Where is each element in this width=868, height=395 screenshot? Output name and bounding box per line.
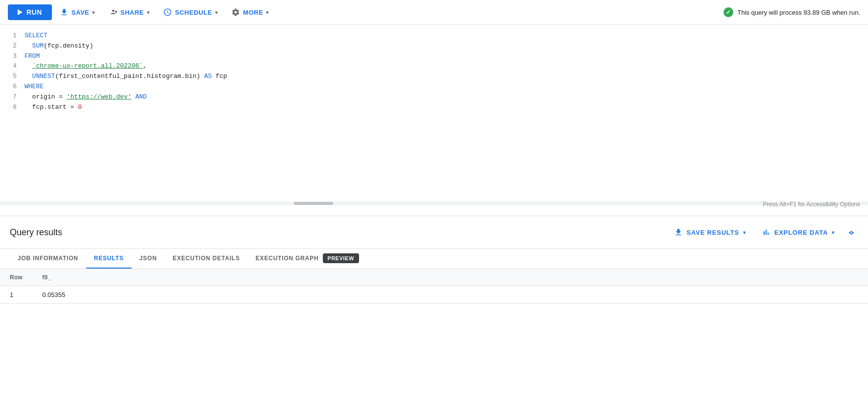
- results-actions: SAVE RESULTS ▾ EXPLORE DATA ▾: [668, 224, 859, 241]
- accessibility-hint: Press Alt+F1 for Accessibility Options: [763, 201, 860, 208]
- results-header: Query results SAVE RESULTS ▾ EXPLORE DAT…: [0, 216, 868, 249]
- cell-row-1: 1: [0, 286, 32, 304]
- tab-execution-graph[interactable]: EXECUTION GRAPH PREVIEW: [248, 249, 367, 269]
- save-results-icon: [674, 228, 683, 237]
- cell-f0-1: 0.05355: [32, 286, 101, 304]
- save-results-chevron-icon: ▾: [743, 230, 746, 235]
- tab-results[interactable]: RESULTS: [86, 249, 132, 269]
- col-header-empty: [101, 269, 868, 286]
- toolbar: RUN SAVE ▾ SHARE ▾ SCHEDULE ▾ MORE ▾ ✓ T…: [0, 0, 868, 25]
- results-title: Query results: [10, 227, 668, 238]
- code-line-7: origin = 'https://web.dev' AND: [24, 92, 860, 102]
- tabs-bar: JOB INFORMATION RESULTS JSON EXECUTION D…: [0, 249, 868, 269]
- schedule-chevron-icon: ▾: [215, 10, 218, 15]
- schedule-button[interactable]: SCHEDULE ▾: [157, 4, 223, 21]
- run-button[interactable]: RUN: [8, 4, 52, 20]
- code-line-2: SUM(fcp.density): [24, 41, 860, 51]
- share-label: SHARE: [121, 9, 144, 16]
- status-text: This query will process 93.89 GB when ru…: [737, 9, 860, 16]
- more-chevron-icon: ▾: [266, 10, 269, 15]
- save-icon: [60, 8, 69, 17]
- code-line-4: `chrome-ux-report.all.202206`,: [24, 61, 860, 72]
- status-check-icon: ✓: [723, 7, 733, 17]
- code-editor[interactable]: 1 2 3 4 5 6 7 8 SELECT SUM(fcp.density) …: [0, 25, 868, 201]
- tab-json[interactable]: JSON: [132, 249, 165, 269]
- results-section: Query results SAVE RESULTS ▾ EXPLORE DAT…: [0, 216, 868, 304]
- line-numbers: 1 2 3 4 5 6 7 8: [0, 31, 24, 196]
- status-info: ✓ This query will process 93.89 GB when …: [723, 7, 860, 17]
- preview-badge: PREVIEW: [323, 253, 359, 263]
- expand-icon: [846, 227, 856, 237]
- table-header-row: Row f0_: [0, 269, 868, 286]
- explore-data-button[interactable]: EXPLORE DATA ▾: [756, 224, 841, 241]
- tab-execution-details[interactable]: EXECUTION DETAILS: [165, 249, 247, 269]
- code-line-3: FROM: [24, 51, 860, 62]
- code-line-6: WHERE: [24, 82, 860, 92]
- save-results-label: SAVE RESULTS: [687, 229, 739, 236]
- code-content[interactable]: SELECT SUM(fcp.density) FROM `chrome-ux-…: [24, 31, 868, 196]
- save-results-button[interactable]: SAVE RESULTS ▾: [668, 224, 752, 241]
- scrollbar-thumb[interactable]: [294, 202, 333, 205]
- explore-data-label: EXPLORE DATA: [774, 229, 828, 236]
- col-header-f0: f0_: [32, 269, 101, 286]
- share-chevron-icon: ▾: [147, 10, 150, 15]
- explore-data-chevron-icon: ▾: [832, 230, 835, 235]
- run-label: RUN: [26, 8, 42, 16]
- play-icon: [18, 9, 23, 15]
- table-header: Row f0_: [0, 269, 868, 286]
- horizontal-scrollbar[interactable]: [0, 201, 868, 205]
- results-table: Row f0_ 1 0.05355: [0, 269, 868, 304]
- col-header-row: Row: [0, 269, 32, 286]
- cell-empty-1: [101, 286, 868, 304]
- more-button[interactable]: MORE ▾: [225, 4, 275, 21]
- explore-data-icon: [762, 228, 771, 237]
- share-button[interactable]: SHARE ▾: [103, 4, 156, 21]
- gear-icon: [231, 8, 240, 17]
- expand-collapse-button[interactable]: [844, 225, 858, 239]
- share-icon: [109, 8, 118, 17]
- table-row: 1 0.05355: [0, 286, 868, 304]
- save-button[interactable]: SAVE ▾: [54, 4, 101, 21]
- code-line-8: fcp.start = 0: [24, 102, 860, 113]
- save-label: SAVE: [72, 9, 89, 16]
- more-label: MORE: [243, 9, 263, 16]
- code-line-5: UNNEST(first_contentful_paint.histogram.…: [24, 72, 860, 82]
- code-editor-area[interactable]: 1 2 3 4 5 6 7 8 SELECT SUM(fcp.density) …: [0, 25, 868, 216]
- schedule-label: SCHEDULE: [175, 9, 212, 16]
- schedule-icon: [163, 8, 172, 17]
- table-body: 1 0.05355: [0, 286, 868, 304]
- save-chevron-icon: ▾: [92, 10, 95, 15]
- code-line-1: SELECT: [24, 31, 860, 41]
- tab-job-information[interactable]: JOB INFORMATION: [10, 249, 86, 269]
